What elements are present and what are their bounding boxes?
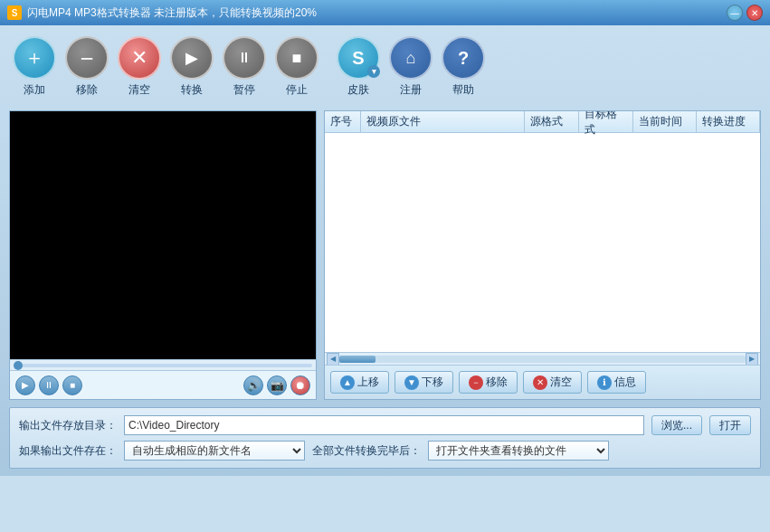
output-dir-input[interactable] bbox=[124, 415, 644, 435]
file-list-buttons: ▲ 上移 ▼ 下移 － 移除 ✕ 清空 ℹ 信息 bbox=[325, 365, 760, 399]
vc-stop-button[interactable]: ■ bbox=[62, 375, 82, 395]
output-dir-label: 输出文件存放目录： bbox=[19, 418, 117, 433]
bottom-panel: 输出文件存放目录： 浏览... 打开 如果输出文件存在： 自动生成相应的新文件名… bbox=[9, 407, 761, 469]
scrollbar-track[interactable] bbox=[339, 356, 746, 363]
down-icon: ▼ bbox=[404, 375, 419, 390]
open-button[interactable]: 打开 bbox=[709, 415, 751, 435]
info-icon: ℹ bbox=[597, 375, 612, 390]
move-up-button[interactable]: ▲ 上移 bbox=[330, 371, 389, 394]
video-preview-panel: ▶ ⏸ ■ 🔊 📷 ⏺ bbox=[9, 110, 317, 400]
vc-pause-button[interactable]: ⏸ bbox=[39, 375, 59, 395]
vc-volume-button[interactable]: 🔊 bbox=[243, 375, 263, 395]
add-button[interactable]: ＋ 添加 bbox=[9, 36, 60, 98]
table-scrollbar[interactable]: ◀ ▶ bbox=[325, 352, 760, 365]
output-dir-row: 输出文件存放目录： 浏览... 打开 bbox=[19, 415, 751, 435]
video-controls: ▶ ⏸ ■ 🔊 📷 ⏺ bbox=[10, 370, 316, 399]
video-screen bbox=[10, 111, 316, 359]
content-area: ▶ ⏸ ■ 🔊 📷 ⏺ 序号 视频原文件 源格式 目标格式 当前时间 转换进度 bbox=[9, 110, 761, 400]
table-header: 序号 视频原文件 源格式 目标格式 当前时间 转换进度 bbox=[325, 111, 760, 133]
file-exists-label: 如果输出文件存在： bbox=[19, 443, 117, 459]
vc-record-button[interactable]: ⏺ bbox=[290, 375, 310, 395]
col-header-src: 源格式 bbox=[525, 111, 579, 132]
scrollbar-right-arrow[interactable]: ▶ bbox=[746, 353, 758, 366]
main-container: ＋ 添加 － 移除 ✕ 清空 ▶ 转换 ⏸ 暂停 ■ 停止 S ▾ bbox=[0, 25, 770, 476]
options-row: 如果输出文件存在： 自动生成相应的新文件名 覆盖原文件 跳过 全部文件转换完毕后… bbox=[19, 441, 751, 461]
stop-button[interactable]: ■ 停止 bbox=[271, 36, 322, 98]
col-header-dst: 目标格式 bbox=[579, 111, 633, 132]
progress-thumb bbox=[14, 361, 23, 370]
file-list-panel: 序号 视频原文件 源格式 目标格式 当前时间 转换进度 ◀ ▶ ▲ bbox=[324, 110, 761, 400]
vc-screenshot-button[interactable]: 📷 bbox=[267, 375, 287, 395]
after-convert-select[interactable]: 打开文件夹查看转换的文件 关闭程序 不做任何操作 bbox=[428, 441, 609, 461]
scrollbar-left-arrow[interactable]: ◀ bbox=[327, 353, 339, 366]
fl-remove-button[interactable]: － 移除 bbox=[459, 371, 518, 394]
up-icon: ▲ bbox=[340, 375, 355, 390]
title-bar: S 闪电MP4 MP3格式转换器 未注册版本，只能转换视频的20% — ✕ bbox=[0, 0, 770, 25]
vc-play-button[interactable]: ▶ bbox=[15, 375, 35, 395]
clear-button[interactable]: ✕ 清空 bbox=[114, 36, 165, 98]
move-down-button[interactable]: ▼ 下移 bbox=[395, 371, 453, 394]
toolbar: ＋ 添加 － 移除 ✕ 清空 ▶ 转换 ⏸ 暂停 ■ 停止 S ▾ bbox=[9, 33, 761, 101]
col-header-file: 视频原文件 bbox=[361, 111, 525, 132]
col-header-progress: 转换进度 bbox=[697, 111, 760, 132]
app-title: 闪电MP4 MP3格式转换器 未注册版本，只能转换视频的20% bbox=[27, 5, 317, 21]
scrollbar-thumb bbox=[339, 356, 375, 363]
file-table: 序号 视频原文件 源格式 目标格式 当前时间 转换进度 bbox=[325, 111, 760, 352]
skin-dropdown-arrow[interactable]: ▾ bbox=[367, 65, 380, 78]
close-button[interactable]: ✕ bbox=[746, 5, 763, 21]
app-icon: S bbox=[7, 5, 22, 20]
register-button[interactable]: ⌂ 注册 bbox=[385, 36, 436, 98]
col-header-num: 序号 bbox=[325, 111, 361, 132]
progress-track[interactable] bbox=[14, 364, 312, 367]
fl-info-button[interactable]: ℹ 信息 bbox=[587, 371, 646, 394]
remove-button[interactable]: － 移除 bbox=[62, 36, 112, 98]
minimize-button[interactable]: — bbox=[727, 5, 743, 21]
convert-button[interactable]: ▶ 转换 bbox=[166, 36, 217, 98]
after-convert-label: 全部文件转换完毕后： bbox=[312, 443, 421, 459]
remove-icon: － bbox=[469, 375, 483, 390]
col-header-time: 当前时间 bbox=[633, 111, 697, 132]
pause-button[interactable]: ⏸ 暂停 bbox=[219, 36, 270, 98]
browse-button[interactable]: 浏览... bbox=[651, 415, 702, 435]
fl-clear-button[interactable]: ✕ 清空 bbox=[523, 371, 582, 394]
clear-icon: ✕ bbox=[533, 375, 547, 390]
file-exists-select[interactable]: 自动生成相应的新文件名 覆盖原文件 跳过 bbox=[124, 441, 305, 461]
help-button[interactable]: ? 帮助 bbox=[438, 36, 489, 98]
video-progress-bar bbox=[10, 359, 316, 370]
skin-button[interactable]: S ▾ 皮肤 bbox=[333, 36, 384, 98]
